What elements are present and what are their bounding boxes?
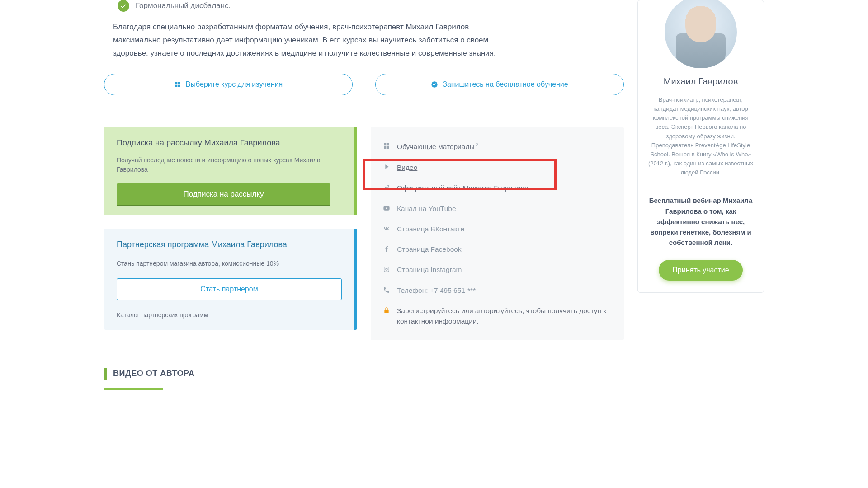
link-vk[interactable]: Страница ВКонтакте	[382, 219, 612, 239]
subscribe-desc: Получай последние новости и информацию о…	[117, 155, 342, 174]
link-official-site-label: Официальный сайт Михаила Гаврилова	[397, 183, 528, 193]
play-icon	[382, 163, 391, 171]
partner-desc: Стань партнером магазина автора, комисси…	[117, 259, 342, 268]
link-materials-label: Обучающие материалы	[397, 143, 475, 150]
partner-button[interactable]: Стать партнером	[117, 278, 342, 300]
links-card: Обучающие материалы2 Видео1 Официальный …	[371, 127, 624, 341]
enroll-free-label: Запишитесь на бесплатное обучение	[443, 80, 568, 89]
link-materials[interactable]: Обучающие материалы2	[382, 136, 612, 157]
link-vk-label: Страница ВКонтакте	[397, 224, 464, 234]
link-icon	[382, 183, 391, 192]
link-instagram-label: Страница Instagram	[397, 264, 462, 275]
link-official-site[interactable]: Официальный сайт Михаила Гаврилова	[382, 178, 612, 198]
lock-icon	[382, 306, 391, 314]
check-icon	[118, 0, 129, 12]
accent-bar	[104, 368, 107, 380]
phone-icon	[382, 286, 391, 294]
author-name: Михаил Гаврилов	[646, 75, 755, 88]
link-video[interactable]: Видео1	[382, 157, 612, 178]
vk-icon	[382, 225, 391, 233]
instagram-icon	[382, 265, 391, 273]
youtube-icon	[382, 204, 391, 212]
check-circle-icon	[431, 81, 438, 88]
subscribe-button[interactable]: Подписка на рассылку	[117, 183, 330, 205]
intro-paragraph: Благодаря специально разработанным форма…	[104, 21, 511, 74]
link-instagram[interactable]: Страница Instagram	[382, 259, 612, 280]
bullet-text: Гормональный дисбаланс.	[136, 0, 231, 12]
section-video-heading: ВИДЕО ОТ АВТОРА	[104, 367, 624, 380]
partner-title: Партнерская программа Михаила Гаврилова	[117, 239, 342, 251]
subscribe-title: Подписка на рассылку Михаила Гаврилова	[117, 137, 342, 149]
section-underline	[104, 388, 163, 390]
choose-course-button[interactable]: Выберите курс для изучения	[104, 74, 353, 95]
participate-button[interactable]: Принять участие	[659, 260, 742, 281]
partner-catalog-link[interactable]: Каталог партнерских программ	[117, 311, 208, 319]
link-register: Зарегистрируйтесь или авторизуйтесь, что…	[382, 300, 612, 332]
partner-card: Партнерская программа Михаила Гаврилова …	[104, 229, 357, 330]
link-materials-count: 2	[476, 142, 479, 147]
link-youtube[interactable]: Канал на YouTube	[382, 198, 612, 219]
link-phone: Телефон: +7 495 651-***	[382, 280, 612, 300]
link-video-label: Видео	[397, 164, 417, 171]
link-video-count: 1	[419, 163, 421, 168]
link-phone-label: Телефон:	[397, 286, 430, 294]
link-facebook[interactable]: Страница Facebook	[382, 239, 612, 259]
choose-course-label: Выберите курс для изучения	[186, 80, 283, 89]
link-register-link[interactable]: Зарегистрируйтесь или авторизуйтесь	[397, 307, 522, 314]
author-bio: Врач-психиатр, психотерапевт, кандидат м…	[646, 95, 755, 177]
grid-icon	[382, 142, 391, 150]
subscribe-card: Подписка на рассылку Михаила Гаврилова П…	[104, 127, 357, 215]
webinar-text: Бесплатный вебинар Михаила Гаврилова о т…	[646, 195, 755, 248]
bullet-item: Гормональный дисбаланс.	[104, 0, 624, 12]
enroll-free-button[interactable]: Запишитесь на бесплатное обучение	[375, 74, 624, 95]
facebook-icon	[382, 245, 391, 253]
link-facebook-label: Страница Facebook	[397, 244, 462, 254]
link-youtube-label: Канал на YouTube	[397, 203, 456, 214]
section-video-title: ВИДЕО ОТ АВТОРА	[113, 367, 195, 380]
avatar	[665, 0, 737, 68]
grid-icon	[174, 81, 181, 88]
link-phone-value: +7 495 651-***	[430, 286, 476, 294]
author-card: Михаил Гаврилов Врач-психиатр, психотера…	[637, 0, 764, 293]
